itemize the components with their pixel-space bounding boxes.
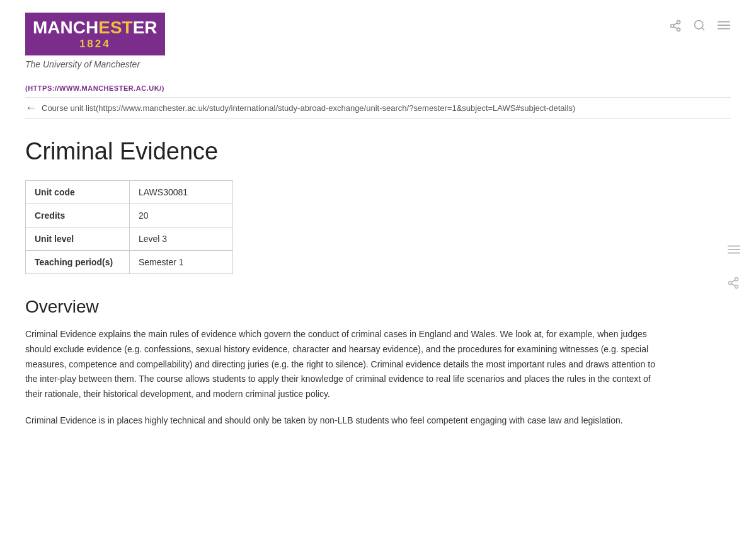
table-cell-value: LAWS30081 — [130, 181, 233, 204]
logo-container: MANCH EST ER 1824 The University of Manc… — [25, 13, 165, 69]
table-row: Unit codeLAWS30081 — [26, 181, 233, 204]
overview-paragraph-2: Criminal Evidence is in places highly te… — [25, 413, 668, 429]
menu-icon[interactable] — [717, 19, 731, 35]
main-content: Criminal Evidence Unit codeLAWS30081Cred… — [0, 119, 693, 465]
logo-er: ER — [133, 18, 158, 38]
share-icon[interactable] — [669, 20, 682, 35]
logo-box: MANCH EST ER 1824 — [25, 13, 165, 55]
floating-menu-icon[interactable] — [727, 243, 741, 259]
table-cell-value: 20 — [130, 204, 233, 227]
info-table: Unit codeLAWS30081Credits20Unit levelLev… — [25, 180, 233, 274]
back-button[interactable]: ← — [25, 101, 37, 115]
breadcrumb-link[interactable]: Course unit list(https://www.manchester.… — [42, 103, 575, 113]
logo-subtitle: The University of Manchester — [25, 59, 165, 69]
svg-line-16 — [731, 284, 735, 285]
table-row: Credits20 — [26, 204, 233, 227]
table-row: Unit levelLevel 3 — [26, 227, 233, 251]
table-cell-value: Semester 1 — [130, 251, 233, 274]
svg-line-4 — [673, 23, 677, 25]
table-cell-label: Teaching period(s) — [26, 251, 130, 274]
svg-line-3 — [673, 26, 677, 28]
table-cell-value: Level 3 — [130, 227, 233, 251]
logo-manch: MANCH — [33, 18, 98, 38]
breadcrumb-row: ← Course unit list(https://www.mancheste… — [0, 98, 756, 118]
logo-year: 1824 — [33, 38, 158, 50]
svg-line-6 — [702, 28, 704, 30]
overview-title: Overview — [25, 297, 668, 317]
header: MANCH EST ER 1824 The University of Manc… — [0, 0, 756, 82]
page-title: Criminal Evidence — [25, 138, 668, 165]
table-cell-label: Unit code — [26, 181, 130, 204]
search-icon[interactable] — [693, 19, 706, 35]
svg-line-17 — [731, 280, 735, 282]
floating-sidebar — [727, 243, 741, 292]
logo-est: EST — [98, 18, 132, 38]
floating-share-icon[interactable] — [727, 277, 741, 292]
table-cell-label: Unit level — [26, 227, 130, 251]
table-row: Teaching period(s)Semester 1 — [26, 251, 233, 274]
homepage-link[interactable]: (HTTPS://WWW.MANCHESTER.AC.UK/) — [25, 82, 731, 95]
header-icons — [669, 19, 731, 35]
top-nav: (HTTPS://WWW.MANCHESTER.AC.UK/) — [0, 82, 756, 98]
table-cell-label: Credits — [26, 204, 130, 227]
overview-paragraph-1: Criminal Evidence explains the main rule… — [25, 327, 668, 402]
